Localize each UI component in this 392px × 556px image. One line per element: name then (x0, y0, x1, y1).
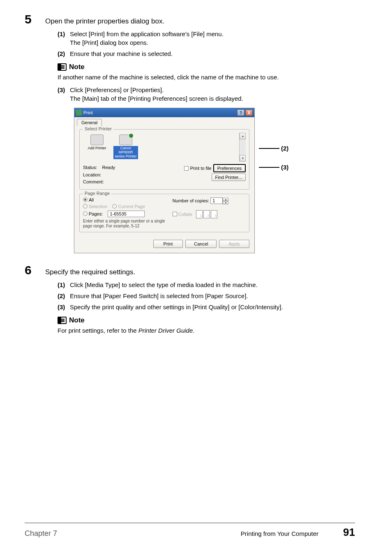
footer-section: Printing from Your Computer (241, 530, 318, 537)
selected-printer-item[interactable]: Canon MP800R series Printer (113, 134, 138, 160)
substep-5-1: (1) Select [Print] from the application … (58, 30, 355, 47)
step-6: 6 Specify the required settings. (25, 263, 355, 277)
note-block-1: Note If another name of the machine is s… (58, 63, 355, 81)
page-range-fieldset: Page Range All Selection (79, 194, 249, 232)
footer-chapter: Chapter 7 (25, 529, 57, 538)
substep-5-2: (2) Ensure that your machine is selected… (58, 49, 355, 58)
step-5: 5 Open the printer properties dialog box… (25, 12, 355, 26)
scrollbar[interactable]: ▴ ▾ (239, 133, 246, 162)
print-dialog-icon (76, 110, 82, 116)
footer-divider (25, 523, 355, 523)
substep-6-3: (3) Specify the print quality and other … (58, 303, 355, 311)
substep-5-3: (3) Click [Preferences] or [Properties].… (58, 86, 355, 103)
substep-6-2: (2) Ensure that [Paper Feed Switch] is s… (58, 292, 355, 300)
note-icon (58, 63, 67, 71)
select-printer-fieldset: Select Printer Add Printer Canon MP800R … (79, 129, 249, 190)
printer-icon (119, 134, 132, 145)
substep-6-1: (1) Click [Media Type] to select the typ… (58, 280, 355, 289)
spinner-down[interactable]: ▾ (223, 201, 228, 204)
radio-all[interactable] (83, 197, 88, 202)
note-label: Note (69, 63, 85, 71)
note-text: For print settings, refer to the Printer… (58, 326, 355, 335)
collate-checkbox (173, 212, 177, 216)
print-to-file-checkbox[interactable] (184, 166, 189, 171)
step-number: 5 (25, 12, 45, 26)
note-block-2: Note For print settings, refer to the Pr… (58, 316, 355, 335)
note-text: If another name of the machine is select… (58, 73, 355, 81)
cancel-button[interactable]: Cancel (185, 240, 217, 248)
scroll-up[interactable]: ▴ (240, 133, 246, 139)
tab-general[interactable]: General (77, 119, 102, 126)
printer-list[interactable]: Add Printer Canon MP800R series Printer … (83, 133, 246, 162)
scroll-down[interactable]: ▾ (240, 155, 246, 162)
radio-pages[interactable] (83, 211, 88, 216)
page-footer: Chapter 7 Printing from Your Computer 91 (25, 526, 355, 539)
dialog-title: Print (83, 110, 93, 115)
note-icon (58, 317, 67, 324)
note-label: Note (69, 316, 85, 324)
printer-icon (90, 134, 104, 145)
step-number: 6 (25, 263, 45, 277)
close-button[interactable]: X (245, 109, 253, 116)
find-printer-button[interactable]: Find Printer... (212, 174, 246, 181)
printer-status-block: Status: Ready Location: Comment: (83, 164, 115, 186)
print-button[interactable]: Print (153, 240, 183, 248)
callout-3: (3) (259, 164, 288, 171)
apply-button: Apply (219, 240, 249, 248)
radio-current-page (112, 204, 117, 208)
pages-input[interactable]: 1-65535 (108, 211, 145, 217)
collate-preview: 1 2 3 (196, 210, 217, 218)
pages-hint: Enter either a single page number or a s… (83, 219, 173, 229)
callout-2: (2) (259, 145, 288, 152)
radio-selection (83, 204, 88, 208)
copies-input[interactable]: 1 (210, 197, 223, 204)
print-dialog: Print ? X General Select Printer Add (74, 108, 255, 253)
help-button[interactable]: ? (237, 109, 244, 116)
preferences-button[interactable]: Preferences (213, 164, 246, 172)
add-printer-item[interactable]: Add Printer (85, 134, 109, 160)
footer-page-number: 91 (343, 526, 355, 539)
spinner-up[interactable]: ▴ (223, 198, 228, 201)
step-title: Open the printer properties dialog box. (45, 15, 164, 25)
title-bar: Print ? X (74, 108, 254, 117)
step-title: Specify the required settings. (45, 266, 135, 276)
